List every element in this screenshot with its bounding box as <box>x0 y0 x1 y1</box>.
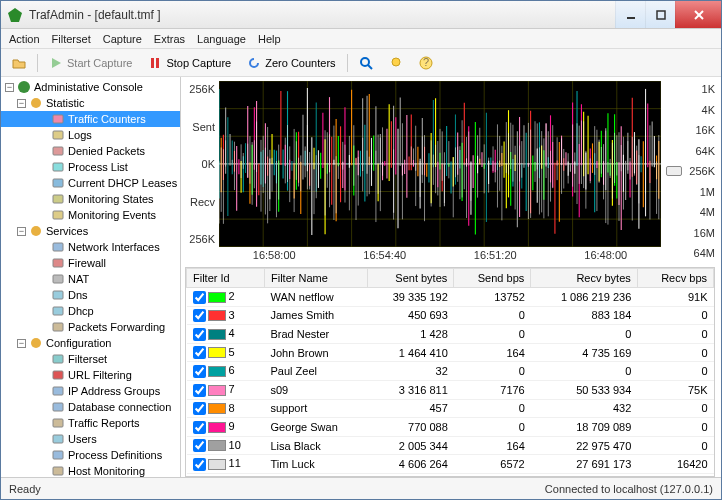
start-capture-button[interactable]: Start Capture <box>42 53 139 73</box>
tree-item-current-dhcp-leases[interactable]: Current DHCP Leases <box>1 175 180 191</box>
col-send-bps[interactable]: Send bps <box>454 269 531 288</box>
table-row[interactable]: 11 Tim Luck 4 606 264 6572 27 691 173 16… <box>187 455 714 474</box>
row-checkbox[interactable] <box>193 309 206 322</box>
table-row[interactable]: 10 Lisa Black 2 005 344 164 22 975 470 0 <box>187 436 714 455</box>
tree-item-logs[interactable]: Logs <box>1 127 180 143</box>
close-button[interactable] <box>675 1 721 28</box>
stop-capture-button[interactable]: Stop Capture <box>141 53 238 73</box>
help-icon: ? <box>419 56 433 70</box>
tree-item-traffic-counters[interactable]: Traffic Counters <box>1 111 180 127</box>
menu-language[interactable]: Language <box>197 33 246 45</box>
filter-name: s09 <box>265 380 368 399</box>
menu-extras[interactable]: Extras <box>154 33 185 45</box>
collapse-icon[interactable]: − <box>5 83 14 92</box>
refresh-icon <box>247 56 261 70</box>
col-sent-bytes[interactable]: Sent bytes <box>367 269 454 288</box>
tree-item-monitoring-states[interactable]: Monitoring States <box>1 191 180 207</box>
table-row[interactable]: 2 WAN netflow 39 335 192 13752 1 086 219… <box>187 288 714 307</box>
chart-wrap: 256K Sent 0K Recv 256K 16:58:00 16:54:40 <box>185 81 715 261</box>
menu-capture[interactable]: Capture <box>103 33 142 45</box>
tree-item-firewall[interactable]: Firewall <box>1 255 180 271</box>
tree-item-users[interactable]: Users <box>1 431 180 447</box>
tree-item-dhcp[interactable]: Dhcp <box>1 303 180 319</box>
chart-x-labels: 16:58:00 16:54:40 16:51:20 16:48:00 <box>185 247 661 261</box>
tree-item-network-interfaces[interactable]: Network Interfaces <box>1 239 180 255</box>
tree-group-statistic[interactable]: −Statistic <box>1 95 180 111</box>
tree-item-ip-address-groups[interactable]: IP Address Groups <box>1 383 180 399</box>
row-checkbox[interactable] <box>193 439 206 452</box>
filter-name: Paul Zeel <box>265 362 368 381</box>
folder-open-icon <box>12 56 26 70</box>
tree-item-traffic-reports[interactable]: Traffic Reports <box>1 415 180 431</box>
tree-group-configuration[interactable]: −Configuration <box>1 335 180 351</box>
col-filter-id[interactable]: Filter Id <box>187 269 265 288</box>
recv-bps: 0 <box>637 436 713 455</box>
tree-group-services[interactable]: −Services <box>1 223 180 239</box>
sent-bytes: 1 428 <box>367 325 454 344</box>
collapse-icon[interactable]: − <box>17 339 26 348</box>
sent-bytes: 3 316 811 <box>367 380 454 399</box>
row-checkbox[interactable] <box>193 458 206 471</box>
open-button[interactable] <box>5 53 33 73</box>
recv-bps: 75K <box>637 380 713 399</box>
table-row[interactable]: 7 s09 3 316 811 7176 50 533 934 75K <box>187 380 714 399</box>
tool-info-button[interactable] <box>382 53 410 73</box>
table-row[interactable]: 8 support 457 0 432 0 <box>187 399 714 418</box>
table-row[interactable]: 3 James Smith 450 693 0 883 184 0 <box>187 306 714 325</box>
row-checkbox[interactable] <box>193 402 206 415</box>
recv-bps: 16420 <box>637 455 713 474</box>
tree-item-database-connection[interactable]: Database connection <box>1 399 180 415</box>
tree-item-host-monitoring[interactable]: Host Monitoring <box>1 463 180 477</box>
col-recv-bps[interactable]: Recv bps <box>637 269 713 288</box>
sent-bytes: 2 005 344 <box>367 436 454 455</box>
slider-thumb[interactable] <box>666 166 682 176</box>
tree-item-dns[interactable]: Dns <box>1 287 180 303</box>
row-checkbox[interactable] <box>193 328 206 341</box>
col-recv-bytes[interactable]: Recv bytes <box>531 269 638 288</box>
menu-help[interactable]: Help <box>258 33 281 45</box>
table-row[interactable]: 5 John Brown 1 464 410 164 4 735 169 0 <box>187 343 714 362</box>
globe-icon <box>17 80 31 94</box>
x1: 16:54:40 <box>330 249 441 261</box>
zero-counters-button[interactable]: Zero Counters <box>240 53 342 73</box>
table-row[interactable]: 4 Brad Nester 1 428 0 0 0 <box>187 325 714 344</box>
tree-item-filterset[interactable]: Filterset <box>1 351 180 367</box>
table-row[interactable]: 9 George Swan 770 088 0 18 709 089 0 <box>187 418 714 437</box>
tree-item-nat[interactable]: NAT <box>1 271 180 287</box>
row-checkbox[interactable] <box>193 384 206 397</box>
collapse-icon[interactable]: − <box>17 227 26 236</box>
tree-item-monitoring-events[interactable]: Monitoring Events <box>1 207 180 223</box>
row-checkbox[interactable] <box>193 421 206 434</box>
sent-bytes: 770 088 <box>367 418 454 437</box>
tree-item-process-definitions[interactable]: Process Definitions <box>1 447 180 463</box>
app-window: TrafAdmin - [default.tmf ] Action Filter… <box>0 0 722 500</box>
minimize-button[interactable] <box>615 1 645 28</box>
table-row[interactable]: 6 Paul Zeel 32 0 0 0 <box>187 362 714 381</box>
row-checkbox[interactable] <box>193 365 206 378</box>
tool-inspect-button[interactable] <box>352 53 380 73</box>
tree-item-url-filtering[interactable]: URL Filtering <box>1 367 180 383</box>
tree-item-packets-forwarding[interactable]: Packets Forwarding <box>1 319 180 335</box>
tree-root[interactable]: −Administative Console <box>1 79 180 95</box>
menu-action[interactable]: Action <box>9 33 40 45</box>
menu-filterset[interactable]: Filterset <box>52 33 91 45</box>
nav-tree[interactable]: −Administative Console−StatisticTraffic … <box>1 77 181 477</box>
app-icon <box>7 7 23 23</box>
row-checkbox[interactable] <box>193 346 206 359</box>
send-bps: 164 <box>454 436 531 455</box>
svg-text:?: ? <box>423 56 429 68</box>
row-checkbox[interactable] <box>193 291 206 304</box>
maximize-button[interactable] <box>645 1 675 28</box>
svg-rect-35 <box>53 435 63 443</box>
tool-help-button[interactable]: ? <box>412 53 440 73</box>
svg-rect-25 <box>53 275 63 283</box>
chart-scale-slider[interactable] <box>665 81 683 261</box>
collapse-icon[interactable]: − <box>17 99 26 108</box>
svg-rect-15 <box>53 115 63 123</box>
tree-item-denied-packets[interactable]: Denied Packets <box>1 143 180 159</box>
tree-item-process-list[interactable]: Process List <box>1 159 180 175</box>
col-filter-name[interactable]: Filter Name <box>265 269 368 288</box>
recv-bytes: 50 533 934 <box>531 380 638 399</box>
svg-rect-31 <box>53 371 63 379</box>
color-swatch <box>208 459 226 470</box>
